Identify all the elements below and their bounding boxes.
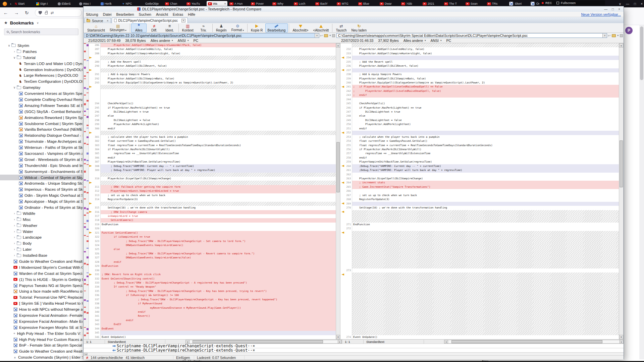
code-line-245[interactable]: 245 CheckPerkSpells() bbox=[340, 102, 619, 106]
code-line-269[interactable]: 269 bbox=[340, 202, 619, 206]
browser-tab-start[interactable]: NStart bbox=[13, 1, 34, 7]
chevron-collapsed-icon[interactable]: › bbox=[13, 218, 16, 221]
code-line-303[interactable]: 303 float regressTime = currentTime + Re… bbox=[89, 143, 336, 147]
code-line-236[interactable]: 236 PlayerActor.AddSpell(DLC1Revert, fal… bbox=[340, 64, 619, 68]
code-line-274[interactable]: 274Event OnUpdate() bbox=[340, 335, 619, 339]
bookmark-folder-patches[interactable]: ›Patches bbox=[0, 49, 83, 55]
toolbar-button-tausch[interactable]: ⇄Tausch bbox=[333, 23, 349, 33]
scroll-up-icon[interactable]: ▲ bbox=[336, 43, 340, 48]
browser-tab-2021[interactable]: 2021 bbox=[421, 1, 442, 7]
code-line-317[interactable]: 317 isVampireLord = true bbox=[89, 214, 336, 218]
diff-arrow-l-icon[interactable] bbox=[340, 231, 344, 235]
bookmark-item-expressive-facial-animation-male-edition[interactable]: Expressive Facial Animation -Male Editio… bbox=[0, 318, 83, 324]
toolbar-button-kopie-r[interactable]: Kopie R bbox=[249, 23, 265, 33]
bookmark-item-high-poly-head-for-custom-races-at-skyri[interactable]: High Poly Head For Custom Races at Skyri… bbox=[0, 337, 83, 343]
bc-title-bar[interactable]: DLC1PlayerVampireChangeScript.psc - Text… bbox=[84, 6, 624, 12]
code-line-gap[interactable] bbox=[340, 231, 619, 235]
path-dropdown-icon[interactable]: ∨ bbox=[602, 34, 607, 38]
code-line-295[interactable]: 295 if PlayerActor.HasPerk(Lightfoot) ==… bbox=[89, 106, 336, 110]
toolbar-button-regeln[interactable]: ♟Regeln bbox=[214, 23, 229, 33]
code-line-339[interactable]: 339 myRevertSoundInstance = MyRevertSoun… bbox=[89, 306, 336, 310]
code-line-343[interactable]: 343 EndIf bbox=[89, 322, 336, 326]
bookmark-item-wildcat-combat-of-skyrim-at-skyrim-sp[interactable]: Wildcat - Combat of Skyrim at Skyrim Sp bbox=[0, 175, 83, 181]
toolbar-button-alles[interactable]: *Alles bbox=[131, 23, 147, 33]
code-line-gap[interactable] bbox=[340, 298, 619, 302]
chevron-collapsed-icon[interactable]: › bbox=[13, 212, 16, 215]
scroll-up-icon[interactable]: ▲ bbox=[619, 43, 623, 48]
code-line-337[interactable]: 337 ; Debug.Trace("DRW - DLC1PlayerVampi… bbox=[89, 298, 336, 302]
scroll-down-icon[interactable]: ▼ bbox=[336, 335, 340, 339]
bookmark-item--skyrim-se-vanilla-head-preset-to-hi-pol[interactable]: [ Skyrim SE ] Vanilla Head Preset to Hi-… bbox=[0, 300, 83, 306]
page-scrollbar-thumb[interactable] bbox=[640, 26, 643, 80]
copy-to-left-icon[interactable]: ⇐ bbox=[112, 348, 116, 352]
code-line-gap[interactable] bbox=[340, 43, 619, 47]
bookmark-item-summermyst-enchantments-of-skyrim-a[interactable]: Summermyst - Enchantments of Skyrim a bbox=[0, 169, 83, 175]
code-line-gap[interactable] bbox=[89, 85, 336, 89]
bookmark-folder-water[interactable]: ›Water bbox=[0, 229, 83, 235]
code-line-302[interactable]: 302 float currentTime = GameDaysPassed.G… bbox=[89, 139, 336, 143]
code-line-gap[interactable] bbox=[340, 210, 619, 214]
code-line-gap[interactable] bbox=[340, 285, 619, 289]
browser-tab-sean[interactable]: Sean bbox=[464, 1, 485, 7]
code-line-gap[interactable] bbox=[340, 277, 619, 281]
browser-tab--abb[interactable]: 'Abb bbox=[400, 1, 421, 7]
detail-horizontal-scrollbar[interactable]: ◂ bbox=[84, 352, 624, 355]
code-line-300[interactable]: 300 endif bbox=[89, 127, 336, 131]
toolbar-button-sitzungen[interactable]: ▤Sitzungen▾ bbox=[107, 23, 129, 33]
bookmark-item-andromeda-unique-standing-stones-of[interactable]: Andromeda - Unique Standing Stones of bbox=[0, 180, 83, 186]
code-line-gap[interactable] bbox=[340, 293, 619, 297]
scrollbar-thumb[interactable] bbox=[193, 340, 323, 343]
save-file-icon[interactable] bbox=[332, 34, 335, 37]
bookmark-item-thunderchild-epic-shouts-and-immersio[interactable]: Thunderchild - Epic Shouts and Immersio bbox=[0, 163, 83, 169]
code-line-326[interactable]: 326 ; Debug.Trace("DRW - DLC1PlayerVampi… bbox=[89, 252, 336, 256]
code-line-gap[interactable] bbox=[89, 202, 336, 206]
code-line-252[interactable]: 252 bbox=[340, 131, 619, 135]
copy-to-right-icon[interactable]: ⇒ bbox=[112, 344, 116, 348]
code-line-313[interactable]: 313 ; set us up to check when we turn ba… bbox=[89, 193, 336, 197]
diff-minimap[interactable] bbox=[84, 43, 89, 339]
diff-arrow-l-icon[interactable] bbox=[340, 273, 344, 277]
code-line-323[interactable]: 323 ; Debug.Trace("DRW - DLC1PlayerVampi… bbox=[89, 239, 336, 243]
browser-tab-wa[interactable]: Wa× bbox=[207, 1, 227, 7]
code-line-259[interactable]: 259 PlayerVampireShiftBackTime.SetValue(… bbox=[340, 160, 619, 164]
update-available-link[interactable]: Neue Version verfügbar... bbox=[581, 12, 621, 16]
code-line-239[interactable]: 239 PlayerActor.AddSpell(DLC1VampireBats… bbox=[340, 77, 619, 81]
left-horizontal-scrollbar[interactable]: ◂ ▸ bbox=[185, 340, 342, 344]
chevron-collapsed-icon[interactable]: › bbox=[13, 254, 16, 257]
code-line-gap[interactable] bbox=[89, 68, 336, 72]
chevron-collapsed-icon[interactable]: › bbox=[13, 236, 16, 239]
code-line-263[interactable]: 263 PlayerActor.DispelSpell(DLC1VampireC… bbox=[340, 177, 619, 181]
diff-arrow-l-icon[interactable] bbox=[340, 181, 344, 185]
browser-tab-was-i[interactable]: Was i bbox=[78, 1, 99, 7]
diff-arrow-r-icon[interactable] bbox=[89, 210, 93, 214]
code-line-307[interactable]: 307 PlayerVampireShiftBackTime.SetValue(… bbox=[89, 160, 336, 164]
bookmark-folder-landscape[interactable]: ›Landscape bbox=[0, 235, 83, 241]
code-line-gap[interactable] bbox=[340, 327, 619, 331]
browse-folder-icon[interactable] bbox=[324, 34, 328, 37]
code-line-308[interactable]: 308 ; Debug.Trace("VAMPIRE: Current day … bbox=[89, 164, 336, 168]
bc-minimize-button[interactable]: — bbox=[604, 7, 607, 11]
bookmark-item-generation-instructions-dyndolod[interactable]: ♞Generation Instructions | DynDOLOD bbox=[0, 67, 83, 73]
bookmark-folder-wildlife[interactable]: ›Wildlife bbox=[0, 210, 83, 217]
code-line-gap[interactable] bbox=[340, 243, 619, 247]
tab-source[interactable]: Source × bbox=[84, 18, 111, 23]
dropdown-icon[interactable]: ▾ bbox=[125, 29, 126, 32]
scroll-down-icon[interactable]: ▼ bbox=[619, 335, 623, 339]
code-line-332[interactable]: 332Event OnControlDown(String control) bbox=[89, 277, 336, 281]
browser-tab-skeri[interactable]: Skeri bbox=[507, 1, 528, 7]
toolbar-button-bearbeitung[interactable]: Bearbeitung bbox=[265, 23, 288, 33]
code-line-292[interactable]: 292 PlayerActor.AddSpell(DLC1VampireBats… bbox=[89, 77, 336, 81]
toolbar-button-triv-[interactable]: ≈Triv. bbox=[196, 23, 211, 33]
browser-tab-loch[interactable]: Loch bbox=[292, 1, 313, 7]
right-filter-dropdown[interactable]: Alles andere bbox=[404, 39, 423, 43]
window-minimize-button[interactable]: — bbox=[626, 2, 629, 6]
browser-tab-bach-[interactable]: Bach' bbox=[314, 1, 335, 7]
scroll-left-icon[interactable]: ◂ bbox=[185, 340, 190, 344]
code-line-gap[interactable] bbox=[340, 310, 619, 314]
code-line-286[interactable]: 286 PlayerActor.AddSpell(DRWSpellVampire… bbox=[89, 43, 336, 47]
bookmark-folder-tutorial[interactable]: ∨Tutorial bbox=[0, 55, 83, 61]
code-line-340[interactable]: 340 endif bbox=[89, 310, 336, 314]
right-syntax-mode[interactable]: Standardtext bbox=[364, 340, 424, 344]
page-scrollbar[interactable] bbox=[639, 25, 644, 362]
bookmark-item-complete-crafting-overhaul-remastered[interactable]: Complete Crafting Overhaul Remastered bbox=[0, 97, 83, 103]
